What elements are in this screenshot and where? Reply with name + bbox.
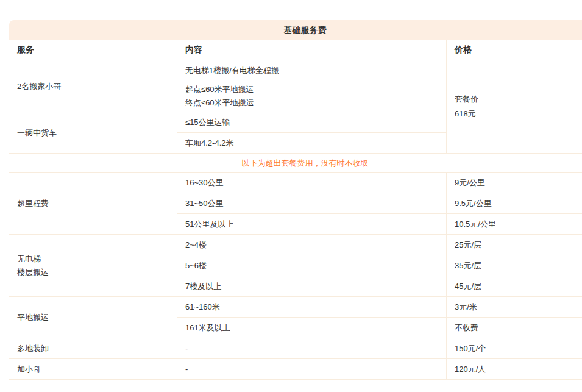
table-row: 服务 内容 价格 bbox=[9, 40, 582, 60]
content-line: 起点≤60米平地搬运 bbox=[185, 83, 438, 96]
content-cell: 161米及以上 bbox=[177, 318, 447, 338]
service-cell: 平地搬运 bbox=[9, 297, 177, 338]
column-header-price: 价格 bbox=[447, 40, 582, 60]
content-line: 终点≤60米平地搬运 bbox=[185, 96, 438, 110]
table-row: 加小哥 - 120元/人 bbox=[9, 359, 582, 380]
service-line: 楼层搬运 bbox=[17, 266, 169, 279]
table-row: 超里程费 16~30公里 9元/公里 bbox=[9, 173, 582, 193]
table-row bbox=[9, 380, 582, 384]
content-cell: 51公里及以上 bbox=[177, 214, 447, 235]
price-cell: 3元/米 bbox=[447, 297, 582, 318]
content-cell: - bbox=[177, 338, 447, 359]
service-line: 无电梯 bbox=[17, 252, 169, 266]
cutoff-row bbox=[9, 380, 582, 384]
content-cell: 无电梯1楼搬/有电梯全程搬 bbox=[177, 60, 447, 80]
content-cell: 2~4楼 bbox=[177, 235, 447, 255]
service-cell: 无电梯 楼层搬运 bbox=[9, 235, 177, 297]
table-row: 多地装卸 - 150元/个 bbox=[9, 338, 582, 359]
price-cell: 35元/层 bbox=[447, 255, 582, 276]
price-cell: 不收费 bbox=[447, 318, 582, 338]
content-cell: 31~50公里 bbox=[177, 193, 447, 214]
service-cell: 加小哥 bbox=[9, 359, 177, 380]
price-cell: 25元/层 bbox=[447, 235, 582, 255]
service-cell: 超里程费 bbox=[9, 173, 177, 235]
column-header-content: 内容 bbox=[177, 40, 447, 60]
service-cell: 一辆中货车 bbox=[9, 112, 177, 154]
notice-cell: 以下为超出套餐费用，没有时不收取 bbox=[9, 154, 582, 173]
table-row: 2名搬家小哥 无电梯1楼搬/有电梯全程搬 套餐价 618元 bbox=[9, 60, 582, 80]
column-header-service: 服务 bbox=[9, 40, 177, 60]
content-cell: - bbox=[177, 359, 447, 380]
content-cell: 起点≤60米平地搬运 终点≤60米平地搬运 bbox=[177, 80, 447, 112]
content-cell: 5~6楼 bbox=[177, 255, 447, 276]
price-cell: 150元/个 bbox=[447, 338, 582, 359]
package-price-cell: 套餐价 618元 bbox=[447, 60, 582, 154]
package-price-label: 套餐价 bbox=[455, 92, 582, 107]
service-cell: 多地装卸 bbox=[9, 338, 177, 359]
content-cell: 车厢4.2-4.2米 bbox=[177, 133, 447, 154]
content-cell: 16~30公里 bbox=[177, 173, 447, 193]
table-row: 平地搬运 61~160米 3元/米 bbox=[9, 297, 582, 318]
table-row: 以下为超出套餐费用，没有时不收取 bbox=[9, 154, 582, 173]
table-row: 无电梯 楼层搬运 2~4楼 25元/层 bbox=[9, 235, 582, 255]
price-cell: 9.5元/公里 bbox=[447, 193, 582, 214]
price-cell: 45元/层 bbox=[447, 276, 582, 297]
content-cell: 7楼及以上 bbox=[177, 276, 447, 297]
content-cell: ≤15公里运输 bbox=[177, 112, 447, 133]
package-price-value: 618元 bbox=[455, 107, 582, 121]
price-cell: 9元/公里 bbox=[447, 173, 582, 193]
pricing-table: 基础服务费 服务 内容 价格 2名搬家小哥 无电梯1楼搬/有电梯全程搬 套餐价 … bbox=[9, 20, 582, 383]
price-cell: 120元/人 bbox=[447, 359, 582, 380]
content-cell: 61~160米 bbox=[177, 297, 447, 318]
price-cell: 10.5元/公里 bbox=[447, 214, 582, 235]
pricing-table-container: 基础服务费 服务 内容 价格 2名搬家小哥 无电梯1楼搬/有电梯全程搬 套餐价 … bbox=[9, 20, 582, 383]
service-cell: 2名搬家小哥 bbox=[9, 60, 177, 112]
table-row: 基础服务费 bbox=[9, 20, 582, 40]
table-title: 基础服务费 bbox=[9, 20, 582, 40]
